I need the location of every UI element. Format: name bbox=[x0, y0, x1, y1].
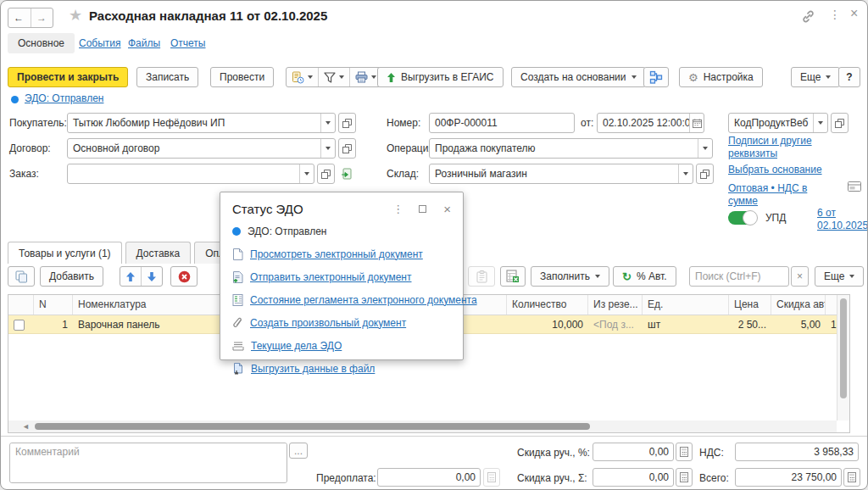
contract-open-button[interactable] bbox=[338, 138, 356, 159]
auto-discount-button[interactable]: ↻ % Авт. bbox=[613, 266, 676, 287]
buyer-open-button[interactable] bbox=[338, 113, 356, 133]
tab-events[interactable]: События bbox=[79, 37, 121, 49]
choose-base-link[interactable]: Выбрать основание bbox=[728, 164, 822, 175]
goods-more-label: Еще bbox=[824, 270, 844, 282]
popup-item-current-edo-tasks[interactable]: Текущие дела ЭДО bbox=[220, 334, 463, 357]
back-button[interactable]: ← bbox=[8, 8, 31, 27]
save-button[interactable]: Записать bbox=[136, 67, 198, 87]
buyer-dropdown-button[interactable] bbox=[320, 114, 335, 132]
move-up-button[interactable] bbox=[120, 267, 141, 286]
upd-doc-link[interactable]: 6 от 02.10.2025 bbox=[817, 207, 868, 232]
row-checkbox[interactable] bbox=[14, 320, 25, 331]
upd-toggle[interactable] bbox=[728, 211, 757, 225]
filter-button[interactable] bbox=[318, 68, 349, 86]
discount-pct-calc-button[interactable] bbox=[676, 443, 693, 461]
col-n[interactable]: N bbox=[34, 295, 73, 315]
create-based-on-button[interactable]: Создать на основании bbox=[511, 67, 646, 87]
scroll-left-arrow-icon[interactable]: ◄ bbox=[22, 422, 30, 431]
tab-reports[interactable]: Отчеты bbox=[170, 37, 205, 49]
popup-menu-kebab-icon[interactable]: ⋮ bbox=[392, 203, 403, 215]
vertical-scrollbar[interactable] bbox=[837, 295, 849, 420]
post-and-close-button[interactable]: Провести и закрыть bbox=[8, 67, 128, 87]
fill-button[interactable]: Заполнить bbox=[531, 266, 609, 287]
copy-row-button[interactable] bbox=[8, 266, 35, 287]
comment-input[interactable] bbox=[10, 443, 287, 482]
tab-main[interactable]: Основное bbox=[8, 33, 75, 53]
add-row-button[interactable]: Добавить bbox=[40, 266, 103, 287]
edo-status-link[interactable]: ЭДО: Отправлен bbox=[25, 92, 103, 104]
history-nav: ← → bbox=[8, 8, 53, 28]
col-reserve[interactable]: Из резе... bbox=[588, 295, 643, 315]
horizontal-scrollbar[interactable]: ◄ bbox=[8, 420, 837, 432]
operation-input[interactable]: Продажа покупателю bbox=[429, 138, 713, 159]
code-product-open-button[interactable] bbox=[831, 113, 849, 133]
manual-discount-sum-field[interactable]: 0,00 bbox=[593, 468, 674, 487]
more-button[interactable]: Еще bbox=[791, 67, 840, 87]
calendar-button[interactable] bbox=[689, 114, 704, 132]
contract-input[interactable]: Основной договор bbox=[67, 138, 336, 159]
delete-row-button[interactable] bbox=[170, 266, 198, 287]
order-dropdown-button[interactable] bbox=[299, 164, 314, 183]
tab-goods-services[interactable]: Товары и услуги (1) bbox=[8, 242, 122, 264]
order-import-button[interactable] bbox=[338, 164, 356, 184]
operation-dropdown-button[interactable] bbox=[698, 139, 712, 158]
number-value: 00ФР-000011 bbox=[430, 117, 574, 129]
egais-upload-button[interactable]: Выгрузить в ЕГАИС bbox=[377, 67, 504, 87]
col-quantity[interactable]: Количество bbox=[507, 295, 588, 315]
tab-files[interactable]: Файлы bbox=[128, 37, 160, 49]
price-type-vat-link[interactable]: Оптовая • НДС в сумме bbox=[728, 182, 832, 208]
total-field[interactable]: 23 750,00 bbox=[735, 468, 842, 487]
warehouse-value: Розничный магазин bbox=[430, 168, 678, 180]
paste-row-button[interactable] bbox=[468, 266, 495, 287]
tab-delivery[interactable]: Доставка bbox=[125, 242, 192, 264]
forward-button[interactable]: → bbox=[31, 8, 53, 27]
vertical-scrollbar-thumb[interactable] bbox=[840, 298, 847, 398]
posting-journal-button[interactable] bbox=[287, 68, 318, 86]
popup-maximize-icon[interactable] bbox=[419, 205, 426, 213]
code-product-dropdown-button[interactable] bbox=[813, 114, 827, 132]
popup-item-create-arbitrary[interactable]: Создать произвольный документ bbox=[220, 311, 463, 334]
favorite-star-icon[interactable]: ★ bbox=[69, 6, 82, 25]
col-auto-discount[interactable]: Скидка авт. bbox=[771, 295, 826, 315]
col-price[interactable]: Цена bbox=[729, 295, 771, 315]
document-structure-button[interactable] bbox=[643, 67, 669, 87]
buyer-input[interactable]: Тытюк Любомир Нефёдович ИП bbox=[67, 113, 336, 133]
order-input[interactable] bbox=[67, 164, 314, 184]
signatures-link[interactable]: Подписи и другие реквизиты bbox=[728, 135, 834, 160]
number-input[interactable]: 00ФР-000011 bbox=[429, 113, 575, 133]
contract-dropdown-button[interactable] bbox=[320, 139, 335, 158]
search-input[interactable] bbox=[690, 270, 788, 282]
horizontal-scrollbar-thumb[interactable] bbox=[35, 423, 590, 430]
open-icon bbox=[700, 170, 709, 179]
order-open-button[interactable] bbox=[317, 164, 335, 184]
copy-link-icon[interactable] bbox=[801, 9, 815, 24]
prepay-calc-button[interactable] bbox=[483, 468, 500, 487]
help-button[interactable]: ? bbox=[838, 67, 860, 87]
warehouse-dropdown-button[interactable] bbox=[678, 164, 693, 183]
total-calc-button[interactable] bbox=[843, 468, 860, 487]
delete-icon bbox=[178, 270, 191, 283]
popup-item-regulation-state[interactable]: Состояние регламента электронного докуме… bbox=[220, 288, 463, 311]
settings-button[interactable]: ⚙ Настройка bbox=[679, 67, 763, 87]
warehouse-input[interactable]: Розничный магазин bbox=[429, 164, 693, 184]
date-input[interactable]: 02.10.2025 12:00:00 bbox=[597, 113, 704, 133]
post-button[interactable]: Провести bbox=[210, 67, 274, 87]
window-menu-kebab-icon[interactable]: ⋮ bbox=[829, 8, 841, 21]
load-from-file-button[interactable] bbox=[500, 266, 526, 287]
clear-search-button[interactable]: × bbox=[791, 266, 809, 287]
warehouse-open-button[interactable] bbox=[696, 164, 714, 184]
discount-sum-calc-button[interactable] bbox=[676, 468, 693, 487]
popup-item-send-document[interactable]: Отправить электронный документ bbox=[220, 265, 463, 288]
prepay-field[interactable]: 0,00 bbox=[377, 468, 481, 487]
popup-item-export-to-file[interactable]: Выгрузить данные в файл bbox=[220, 357, 463, 380]
manual-discount-pct-field[interactable]: 0,00 bbox=[593, 443, 674, 461]
popup-item-view-document[interactable]: Просмотреть электронный документ bbox=[220, 242, 463, 265]
popup-close-icon[interactable]: × bbox=[443, 205, 451, 213]
move-down-button[interactable] bbox=[141, 267, 162, 286]
col-unit[interactable]: Ед. bbox=[643, 295, 729, 315]
code-product-input[interactable]: КодПродуктВеб bbox=[728, 113, 828, 133]
funnel-icon bbox=[324, 72, 336, 83]
comment-expand-button[interactable]: ... bbox=[289, 443, 308, 459]
goods-more-button[interactable]: Еще bbox=[815, 266, 864, 287]
close-icon[interactable]: × bbox=[850, 6, 858, 21]
